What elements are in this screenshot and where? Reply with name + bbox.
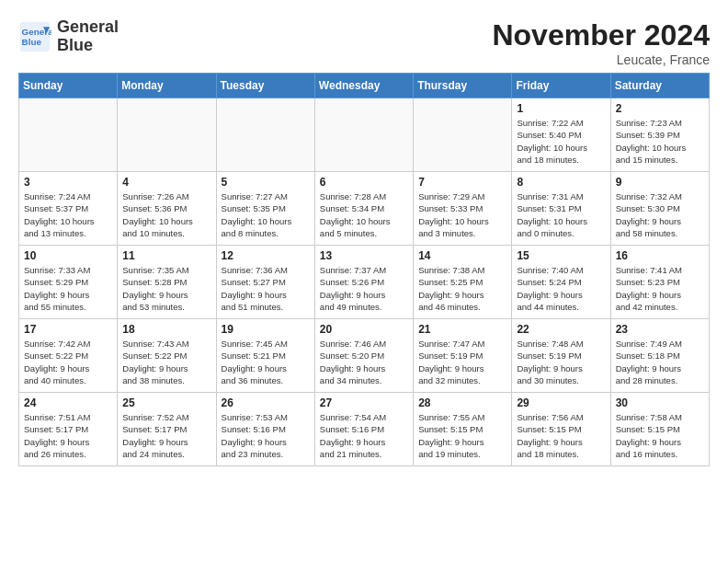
day-number: 23 (616, 323, 704, 336)
day-number: 15 (517, 249, 605, 262)
day-cell (118, 98, 216, 172)
day-info: Sunrise: 7:31 AM Sunset: 5:31 PM Dayligh… (517, 190, 605, 239)
week-row-5: 24Sunrise: 7:51 AM Sunset: 5:17 PM Dayli… (19, 393, 710, 466)
day-number: 10 (24, 249, 112, 262)
day-cell (314, 98, 413, 172)
day-info: Sunrise: 7:49 AM Sunset: 5:18 PM Dayligh… (616, 338, 704, 386)
day-cell: 22Sunrise: 7:48 AM Sunset: 5:19 PM Dayli… (512, 319, 610, 393)
weekday-header-row: SundayMondayTuesdayWednesdayThursdayFrid… (19, 74, 710, 98)
day-number: 20 (320, 323, 408, 336)
day-number: 28 (418, 396, 506, 409)
day-number: 8 (517, 176, 605, 189)
day-info: Sunrise: 7:48 AM Sunset: 5:19 PM Dayligh… (517, 338, 605, 386)
week-row-1: 1Sunrise: 7:22 AM Sunset: 5:40 PM Daylig… (19, 98, 710, 172)
day-number: 25 (122, 396, 210, 409)
day-info: Sunrise: 7:46 AM Sunset: 5:20 PM Dayligh… (320, 338, 408, 386)
day-info: Sunrise: 7:33 AM Sunset: 5:29 PM Dayligh… (24, 264, 112, 313)
week-row-4: 17Sunrise: 7:42 AM Sunset: 5:22 PM Dayli… (19, 319, 710, 393)
day-cell: 19Sunrise: 7:45 AM Sunset: 5:21 PM Dayli… (216, 319, 314, 393)
day-cell: 1Sunrise: 7:22 AM Sunset: 5:40 PM Daylig… (512, 98, 610, 172)
day-number: 12 (222, 249, 310, 262)
day-number: 1 (517, 102, 605, 115)
day-info: Sunrise: 7:29 AM Sunset: 5:33 PM Dayligh… (418, 190, 506, 239)
day-info: Sunrise: 7:38 AM Sunset: 5:25 PM Dayligh… (418, 264, 506, 313)
weekday-header-friday: Friday (512, 74, 610, 98)
day-info: Sunrise: 7:35 AM Sunset: 5:28 PM Dayligh… (122, 264, 210, 313)
day-cell: 12Sunrise: 7:36 AM Sunset: 5:27 PM Dayli… (216, 246, 314, 319)
day-info: Sunrise: 7:22 AM Sunset: 5:40 PM Dayligh… (517, 117, 605, 166)
day-info: Sunrise: 7:51 AM Sunset: 5:17 PM Dayligh… (24, 411, 112, 460)
day-number: 18 (122, 323, 210, 336)
logo-icon: General Blue (18, 20, 51, 53)
day-number: 5 (222, 176, 310, 189)
day-cell: 23Sunrise: 7:49 AM Sunset: 5:18 PM Dayli… (610, 319, 709, 393)
day-cell: 17Sunrise: 7:42 AM Sunset: 5:22 PM Dayli… (19, 319, 118, 393)
day-number: 6 (320, 176, 408, 189)
day-cell: 14Sunrise: 7:38 AM Sunset: 5:25 PM Dayli… (414, 246, 512, 319)
day-info: Sunrise: 7:54 AM Sunset: 5:16 PM Dayligh… (320, 411, 408, 460)
location: Leucate, France (492, 52, 710, 67)
day-cell: 26Sunrise: 7:53 AM Sunset: 5:16 PM Dayli… (216, 393, 314, 466)
day-info: Sunrise: 7:23 AM Sunset: 5:39 PM Dayligh… (616, 117, 704, 166)
day-number: 26 (222, 396, 310, 409)
day-info: Sunrise: 7:32 AM Sunset: 5:30 PM Dayligh… (616, 190, 704, 239)
day-info: Sunrise: 7:41 AM Sunset: 5:23 PM Dayligh… (616, 264, 704, 313)
title-area: November 2024 Leucate, France (492, 18, 710, 67)
day-cell: 10Sunrise: 7:33 AM Sunset: 5:29 PM Dayli… (19, 246, 118, 319)
day-info: Sunrise: 7:47 AM Sunset: 5:19 PM Dayligh… (418, 338, 506, 386)
logo: General Blue General Blue (18, 18, 119, 55)
day-number: 22 (517, 323, 605, 336)
weekday-header-tuesday: Tuesday (216, 74, 314, 98)
day-info: Sunrise: 7:36 AM Sunset: 5:27 PM Dayligh… (222, 264, 310, 313)
day-cell: 24Sunrise: 7:51 AM Sunset: 5:17 PM Dayli… (19, 393, 118, 466)
day-number: 14 (418, 249, 506, 262)
day-info: Sunrise: 7:45 AM Sunset: 5:21 PM Dayligh… (222, 338, 310, 386)
day-cell: 11Sunrise: 7:35 AM Sunset: 5:28 PM Dayli… (118, 246, 216, 319)
day-cell: 15Sunrise: 7:40 AM Sunset: 5:24 PM Dayli… (512, 246, 610, 319)
logo-text: General Blue (57, 18, 119, 55)
day-info: Sunrise: 7:28 AM Sunset: 5:34 PM Dayligh… (320, 190, 408, 239)
day-info: Sunrise: 7:53 AM Sunset: 5:16 PM Dayligh… (222, 411, 310, 460)
weekday-header-wednesday: Wednesday (314, 74, 413, 98)
day-cell: 7Sunrise: 7:29 AM Sunset: 5:33 PM Daylig… (414, 172, 512, 246)
day-cell: 29Sunrise: 7:56 AM Sunset: 5:15 PM Dayli… (512, 393, 610, 466)
day-info: Sunrise: 7:37 AM Sunset: 5:26 PM Dayligh… (320, 264, 408, 313)
day-info: Sunrise: 7:56 AM Sunset: 5:15 PM Dayligh… (517, 411, 605, 460)
calendar-header: General Blue General Blue November 2024 … (18, 18, 710, 67)
day-info: Sunrise: 7:52 AM Sunset: 5:17 PM Dayligh… (122, 411, 210, 460)
day-number: 29 (517, 396, 605, 409)
day-number: 11 (122, 249, 210, 262)
day-number: 27 (320, 396, 408, 409)
day-info: Sunrise: 7:24 AM Sunset: 5:37 PM Dayligh… (24, 190, 112, 239)
day-cell: 3Sunrise: 7:24 AM Sunset: 5:37 PM Daylig… (19, 172, 118, 246)
weekday-header-monday: Monday (118, 74, 216, 98)
day-cell: 20Sunrise: 7:46 AM Sunset: 5:20 PM Dayli… (314, 319, 413, 393)
day-info: Sunrise: 7:42 AM Sunset: 5:22 PM Dayligh… (24, 338, 112, 386)
day-number: 21 (418, 323, 506, 336)
day-number: 17 (24, 323, 112, 336)
calendar-table: SundayMondayTuesdayWednesdayThursdayFrid… (18, 73, 710, 466)
day-info: Sunrise: 7:58 AM Sunset: 5:15 PM Dayligh… (616, 411, 704, 460)
day-number: 9 (616, 176, 704, 189)
week-row-2: 3Sunrise: 7:24 AM Sunset: 5:37 PM Daylig… (19, 172, 710, 246)
day-number: 16 (616, 249, 704, 262)
day-cell: 25Sunrise: 7:52 AM Sunset: 5:17 PM Dayli… (118, 393, 216, 466)
day-cell: 21Sunrise: 7:47 AM Sunset: 5:19 PM Dayli… (414, 319, 512, 393)
day-cell: 28Sunrise: 7:55 AM Sunset: 5:15 PM Dayli… (414, 393, 512, 466)
weekday-header-saturday: Saturday (610, 74, 709, 98)
day-cell: 9Sunrise: 7:32 AM Sunset: 5:30 PM Daylig… (610, 172, 709, 246)
day-cell: 30Sunrise: 7:58 AM Sunset: 5:15 PM Dayli… (610, 393, 709, 466)
day-info: Sunrise: 7:43 AM Sunset: 5:22 PM Dayligh… (122, 338, 210, 386)
day-cell: 13Sunrise: 7:37 AM Sunset: 5:26 PM Dayli… (314, 246, 413, 319)
weekday-header-thursday: Thursday (414, 74, 512, 98)
day-cell: 2Sunrise: 7:23 AM Sunset: 5:39 PM Daylig… (610, 98, 709, 172)
day-info: Sunrise: 7:40 AM Sunset: 5:24 PM Dayligh… (517, 264, 605, 313)
day-cell (19, 98, 118, 172)
day-cell: 6Sunrise: 7:28 AM Sunset: 5:34 PM Daylig… (314, 172, 413, 246)
day-cell: 16Sunrise: 7:41 AM Sunset: 5:23 PM Dayli… (610, 246, 709, 319)
week-row-3: 10Sunrise: 7:33 AM Sunset: 5:29 PM Dayli… (19, 246, 710, 319)
day-number: 30 (616, 396, 704, 409)
day-number: 3 (24, 176, 112, 189)
month-title: November 2024 (492, 18, 710, 52)
day-cell: 18Sunrise: 7:43 AM Sunset: 5:22 PM Dayli… (118, 319, 216, 393)
